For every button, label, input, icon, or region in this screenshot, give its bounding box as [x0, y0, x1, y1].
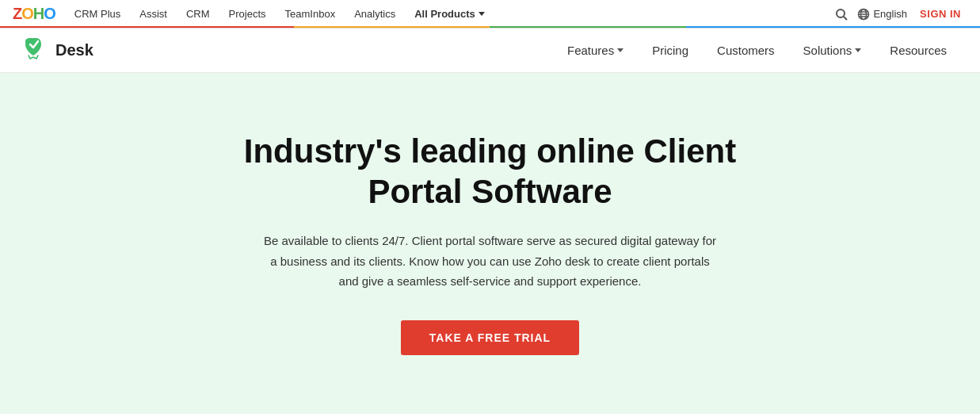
- language-selector[interactable]: English: [857, 8, 907, 21]
- search-icon: [835, 8, 848, 21]
- main-nav-features[interactable]: Features: [553, 29, 638, 73]
- top-nav-analytics[interactable]: Analytics: [345, 0, 405, 29]
- main-nav-pricing[interactable]: Pricing: [638, 29, 703, 73]
- main-nav: Desk Features Pricing Customers Solution…: [0, 29, 980, 73]
- zoho-z: Z: [13, 5, 21, 22]
- top-nav-right: English SIGN IN: [832, 5, 967, 24]
- top-nav-assist[interactable]: Assist: [130, 0, 177, 29]
- hero-title: Industry's leading online Client Portal …: [213, 132, 768, 212]
- cta-button[interactable]: TAKE A FREE TRIAL: [401, 320, 579, 355]
- svg-line-1: [844, 17, 847, 20]
- top-nav-links: CRM Plus Assist CRM Projects TeamInbox A…: [65, 0, 494, 29]
- language-label: English: [873, 8, 907, 20]
- top-nav-teaminbox[interactable]: TeamInbox: [276, 0, 345, 29]
- top-nav-color-border: [0, 26, 980, 28]
- sign-in-button[interactable]: SIGN IN: [913, 8, 967, 20]
- zoho-o2: O: [44, 5, 55, 22]
- hero-subtitle: Be available to clients 24/7. Client por…: [261, 231, 720, 292]
- main-nav-resources[interactable]: Resources: [875, 29, 961, 73]
- top-nav-crm-plus[interactable]: CRM Plus: [65, 0, 131, 29]
- brand-name: Desk: [55, 41, 93, 59]
- top-nav-left: ZOHO CRM Plus Assist CRM Projects TeamIn…: [13, 0, 494, 29]
- all-products-chevron-icon: [479, 12, 485, 16]
- brand[interactable]: Desk: [19, 33, 93, 67]
- search-button[interactable]: [832, 5, 851, 24]
- globe-icon: [857, 8, 870, 21]
- top-nav-crm[interactable]: CRM: [177, 0, 219, 29]
- top-nav-projects[interactable]: Projects: [219, 0, 276, 29]
- desk-icon: [19, 33, 48, 67]
- zoho-h: H: [33, 5, 44, 22]
- svg-point-0: [837, 10, 845, 17]
- zoho-logo[interactable]: ZOHO: [13, 5, 55, 23]
- main-nav-links: Features Pricing Customers Solutions Res…: [553, 29, 961, 73]
- main-nav-customers[interactable]: Customers: [703, 29, 789, 73]
- solutions-chevron-icon: [855, 48, 861, 52]
- features-chevron-icon: [617, 48, 623, 52]
- zoho-o1: O: [21, 5, 33, 22]
- main-nav-solutions[interactable]: Solutions: [789, 29, 876, 73]
- hero-section: Industry's leading online Client Portal …: [0, 73, 980, 414]
- top-nav: ZOHO CRM Plus Assist CRM Projects TeamIn…: [0, 0, 980, 29]
- top-nav-all-products[interactable]: All Products: [405, 0, 494, 29]
